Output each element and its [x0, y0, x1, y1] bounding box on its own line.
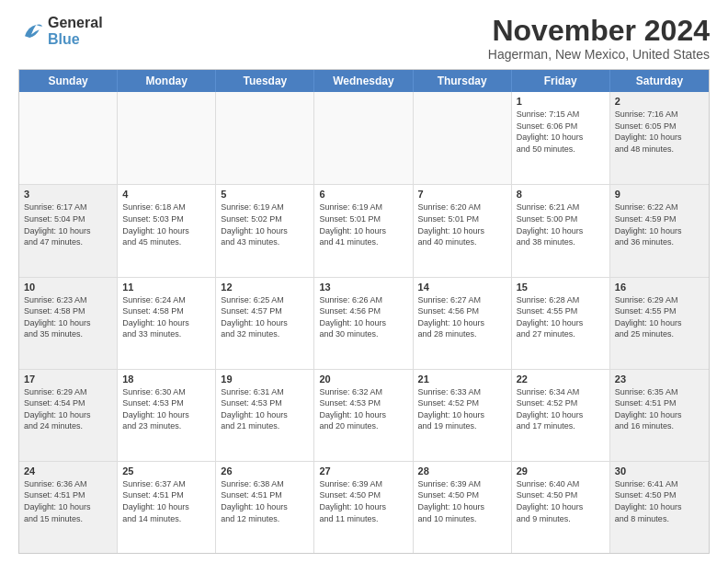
calendar-cell [19, 92, 118, 184]
title-area: November 2024 Hagerman, New Mexico, Unit… [488, 15, 710, 62]
day-number: 29 [517, 465, 605, 477]
calendar: SundayMondayTuesdayWednesdayThursdayFrid… [18, 69, 710, 554]
header-day-friday: Friday [512, 70, 610, 92]
calendar-body: 1Sunrise: 7:15 AM Sunset: 6:06 PM Daylig… [19, 92, 709, 553]
calendar-cell: 22Sunrise: 6:34 AM Sunset: 4:52 PM Dayli… [512, 370, 610, 461]
logo: General Blue [18, 15, 103, 47]
day-number: 26 [221, 465, 309, 477]
day-info: Sunrise: 6:40 AM Sunset: 4:50 PM Dayligh… [517, 478, 605, 524]
day-number: 5 [221, 189, 309, 200]
calendar-cell: 9Sunrise: 6:22 AM Sunset: 4:59 PM Daylig… [610, 185, 709, 276]
day-number: 17 [24, 373, 112, 385]
calendar-cell: 7Sunrise: 6:20 AM Sunset: 5:01 PM Daylig… [414, 185, 512, 276]
day-number: 22 [517, 373, 605, 385]
day-info: Sunrise: 6:35 AM Sunset: 4:51 PM Dayligh… [615, 386, 704, 432]
day-number: 20 [319, 373, 407, 385]
calendar-row-1: 3Sunrise: 6:17 AM Sunset: 5:04 PM Daylig… [19, 184, 709, 276]
day-number: 13 [319, 282, 407, 293]
calendar-cell: 18Sunrise: 6:30 AM Sunset: 4:53 PM Dayli… [118, 370, 216, 461]
calendar-row-4: 24Sunrise: 6:36 AM Sunset: 4:51 PM Dayli… [19, 461, 709, 553]
header-day-sunday: Sunday [19, 70, 118, 92]
day-number: 27 [319, 465, 407, 477]
day-number: 7 [418, 189, 506, 200]
calendar-cell: 19Sunrise: 6:31 AM Sunset: 4:53 PM Dayli… [216, 370, 314, 461]
day-number: 23 [615, 373, 704, 385]
day-info: Sunrise: 6:20 AM Sunset: 5:01 PM Dayligh… [418, 201, 506, 247]
calendar-cell: 10Sunrise: 6:23 AM Sunset: 4:58 PM Dayli… [19, 278, 118, 369]
header-day-monday: Monday [118, 70, 216, 92]
day-info: Sunrise: 6:23 AM Sunset: 4:58 PM Dayligh… [24, 294, 112, 340]
day-number: 9 [615, 189, 704, 200]
header-day-saturday: Saturday [610, 70, 709, 92]
calendar-cell: 5Sunrise: 6:19 AM Sunset: 5:02 PM Daylig… [216, 185, 314, 276]
day-number: 16 [615, 282, 704, 293]
day-number: 21 [418, 373, 506, 385]
calendar-cell: 21Sunrise: 6:33 AM Sunset: 4:52 PM Dayli… [414, 370, 512, 461]
day-info: Sunrise: 6:18 AM Sunset: 5:03 PM Dayligh… [122, 201, 210, 247]
calendar-cell [118, 92, 216, 184]
calendar-cell: 2Sunrise: 7:16 AM Sunset: 6:05 PM Daylig… [610, 92, 709, 184]
calendar-cell: 4Sunrise: 6:18 AM Sunset: 5:03 PM Daylig… [118, 185, 216, 276]
calendar-cell: 23Sunrise: 6:35 AM Sunset: 4:51 PM Dayli… [610, 370, 709, 461]
day-info: Sunrise: 6:26 AM Sunset: 4:56 PM Dayligh… [319, 294, 407, 340]
day-info: Sunrise: 6:39 AM Sunset: 4:50 PM Dayligh… [418, 478, 506, 524]
day-info: Sunrise: 6:39 AM Sunset: 4:50 PM Dayligh… [319, 478, 407, 524]
day-number: 2 [615, 96, 704, 107]
day-info: Sunrise: 7:16 AM Sunset: 6:05 PM Dayligh… [615, 109, 704, 155]
month-title: November 2024 [488, 15, 710, 47]
calendar-row-3: 17Sunrise: 6:29 AM Sunset: 4:54 PM Dayli… [19, 369, 709, 461]
day-info: Sunrise: 6:32 AM Sunset: 4:53 PM Dayligh… [319, 386, 407, 432]
calendar-cell: 27Sunrise: 6:39 AM Sunset: 4:50 PM Dayli… [314, 462, 413, 553]
day-number: 8 [517, 189, 605, 200]
calendar-cell: 13Sunrise: 6:26 AM Sunset: 4:56 PM Dayli… [314, 278, 413, 369]
page: General Blue November 2024 Hagerman, New… [0, 0, 728, 563]
calendar-cell: 29Sunrise: 6:40 AM Sunset: 4:50 PM Dayli… [512, 462, 610, 553]
calendar-cell [414, 92, 512, 184]
calendar-cell: 3Sunrise: 6:17 AM Sunset: 5:04 PM Daylig… [19, 185, 118, 276]
day-info: Sunrise: 6:22 AM Sunset: 4:59 PM Dayligh… [615, 201, 704, 247]
day-info: Sunrise: 6:24 AM Sunset: 4:58 PM Dayligh… [122, 294, 210, 340]
header-day-tuesday: Tuesday [216, 70, 314, 92]
day-number: 30 [615, 465, 704, 477]
day-number: 14 [418, 282, 506, 293]
day-number: 12 [221, 282, 309, 293]
day-info: Sunrise: 6:19 AM Sunset: 5:01 PM Dayligh… [319, 201, 407, 247]
calendar-cell: 20Sunrise: 6:32 AM Sunset: 4:53 PM Dayli… [314, 370, 413, 461]
day-number: 10 [24, 282, 112, 293]
calendar-cell: 30Sunrise: 6:41 AM Sunset: 4:50 PM Dayli… [610, 462, 709, 553]
day-info: Sunrise: 6:28 AM Sunset: 4:55 PM Dayligh… [517, 294, 605, 340]
calendar-cell: 16Sunrise: 6:29 AM Sunset: 4:55 PM Dayli… [610, 278, 709, 369]
day-info: Sunrise: 6:25 AM Sunset: 4:57 PM Dayligh… [221, 294, 309, 340]
day-number: 6 [319, 189, 407, 200]
day-info: Sunrise: 6:30 AM Sunset: 4:53 PM Dayligh… [122, 386, 210, 432]
day-info: Sunrise: 6:41 AM Sunset: 4:50 PM Dayligh… [615, 478, 704, 524]
calendar-header: SundayMondayTuesdayWednesdayThursdayFrid… [19, 70, 709, 92]
header-day-wednesday: Wednesday [314, 70, 413, 92]
calendar-cell: 8Sunrise: 6:21 AM Sunset: 5:00 PM Daylig… [512, 185, 610, 276]
calendar-cell: 26Sunrise: 6:38 AM Sunset: 4:51 PM Dayli… [216, 462, 314, 553]
calendar-cell: 11Sunrise: 6:24 AM Sunset: 4:58 PM Dayli… [118, 278, 216, 369]
day-number: 24 [24, 465, 112, 477]
day-info: Sunrise: 6:38 AM Sunset: 4:51 PM Dayligh… [221, 478, 309, 524]
location: Hagerman, New Mexico, United States [488, 47, 710, 62]
logo-line1: General [48, 15, 103, 31]
header-day-thursday: Thursday [414, 70, 512, 92]
day-number: 28 [418, 465, 506, 477]
calendar-cell: 14Sunrise: 6:27 AM Sunset: 4:56 PM Dayli… [414, 278, 512, 369]
calendar-cell: 12Sunrise: 6:25 AM Sunset: 4:57 PM Dayli… [216, 278, 314, 369]
calendar-cell: 15Sunrise: 6:28 AM Sunset: 4:55 PM Dayli… [512, 278, 610, 369]
day-info: Sunrise: 6:36 AM Sunset: 4:51 PM Dayligh… [24, 478, 112, 524]
day-number: 15 [517, 282, 605, 293]
day-number: 11 [122, 282, 210, 293]
day-info: Sunrise: 6:33 AM Sunset: 4:52 PM Dayligh… [418, 386, 506, 432]
calendar-cell: 28Sunrise: 6:39 AM Sunset: 4:50 PM Dayli… [414, 462, 512, 553]
calendar-cell: 6Sunrise: 6:19 AM Sunset: 5:01 PM Daylig… [314, 185, 413, 276]
calendar-cell: 17Sunrise: 6:29 AM Sunset: 4:54 PM Dayli… [19, 370, 118, 461]
day-info: Sunrise: 6:29 AM Sunset: 4:55 PM Dayligh… [615, 294, 704, 340]
day-info: Sunrise: 6:21 AM Sunset: 5:00 PM Dayligh… [517, 201, 605, 247]
calendar-cell: 24Sunrise: 6:36 AM Sunset: 4:51 PM Dayli… [19, 462, 118, 553]
calendar-row-0: 1Sunrise: 7:15 AM Sunset: 6:06 PM Daylig… [19, 92, 709, 184]
logo-text: General Blue [48, 15, 103, 47]
day-info: Sunrise: 6:34 AM Sunset: 4:52 PM Dayligh… [517, 386, 605, 432]
calendar-cell [216, 92, 314, 184]
